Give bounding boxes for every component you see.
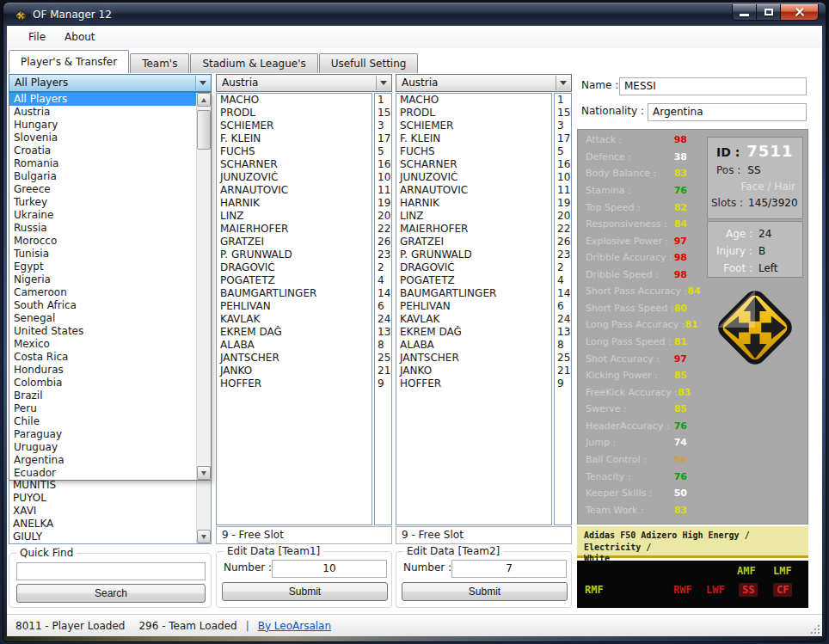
- player-number[interactable]: 10: [555, 171, 571, 184]
- menu-item[interactable]: File: [19, 28, 55, 46]
- player-row[interactable]: BAUMGARTLINGER: [217, 287, 372, 300]
- team2-number-input[interactable]: [451, 560, 567, 578]
- dropdown-item[interactable]: Turkey: [9, 196, 196, 209]
- scroll-down-button[interactable]: [197, 530, 211, 543]
- dropdown-item[interactable]: Uruguay: [9, 441, 196, 454]
- player-number[interactable]: 10: [375, 171, 391, 184]
- player-number[interactable]: 21: [555, 365, 571, 377]
- dropdown-item[interactable]: South Africa: [9, 299, 196, 312]
- player-row[interactable]: SCHARNER: [396, 158, 551, 171]
- player-row[interactable]: JUNUZOVIĆ: [396, 171, 551, 184]
- player-number[interactable]: 15: [555, 107, 571, 120]
- player-number[interactable]: 9: [375, 377, 391, 390]
- player-row[interactable]: DRAGOVIĆ: [217, 261, 372, 274]
- resize-grip[interactable]: [809, 623, 820, 634]
- player-row[interactable]: EKREM DAĞ: [217, 326, 372, 339]
- player-row[interactable]: GRATZEI: [217, 236, 372, 248]
- player-number[interactable]: 14: [375, 287, 391, 300]
- player-row[interactable]: LINZ: [217, 210, 372, 223]
- player-nationality-input[interactable]: [648, 103, 807, 121]
- player-row[interactable]: FUCHS: [217, 145, 372, 158]
- dropdown-item[interactable]: Senegal: [9, 312, 196, 325]
- player-row[interactable]: PEHLIVAN: [217, 300, 372, 313]
- dropdown-item[interactable]: Brazil: [9, 389, 196, 402]
- player-row[interactable]: HOFFER: [396, 377, 551, 390]
- player-number[interactable]: 2: [375, 261, 391, 274]
- player-number[interactable]: 22: [375, 223, 391, 236]
- player-row[interactable]: POGATETZ: [396, 274, 551, 287]
- player-number[interactable]: 26: [375, 236, 391, 248]
- player-number[interactable]: 22: [555, 223, 571, 236]
- player-row[interactable]: ALABA: [217, 339, 372, 352]
- player-row[interactable]: P. GRÜNWALD: [396, 248, 551, 261]
- player-number[interactable]: 23: [375, 248, 391, 261]
- player-row[interactable]: ARNAUTOVIC: [217, 184, 372, 197]
- dropdown-item[interactable]: Chile: [9, 415, 196, 428]
- player-row[interactable]: JANTSCHER: [217, 352, 372, 365]
- player-name-input[interactable]: [619, 77, 807, 95]
- player-row[interactable]: JUNUZOVIĆ: [217, 171, 372, 184]
- dropdown-item[interactable]: Austria: [9, 106, 196, 119]
- player-number[interactable]: 11: [555, 184, 571, 197]
- player-row[interactable]: P. GRÜNWALD: [217, 248, 372, 261]
- team2-combobox[interactable]: Austria: [396, 74, 572, 92]
- player-row[interactable]: SCHARNER: [217, 158, 372, 171]
- player-number[interactable]: 20: [555, 210, 571, 223]
- tab[interactable]: Usefull Setting: [319, 53, 419, 73]
- dropdown-item[interactable]: Slovenia: [9, 132, 196, 144]
- player-row[interactable]: PRÖDL: [396, 107, 551, 120]
- player-number[interactable]: 2: [555, 261, 571, 274]
- player-row[interactable]: F. KLEIN: [396, 132, 551, 145]
- player-row[interactable]: LINZ: [396, 210, 551, 223]
- scroll-up-button[interactable]: [197, 93, 211, 107]
- player-row[interactable]: DRAGOVIĆ: [396, 261, 551, 274]
- player-row[interactable]: POGATETZ: [217, 274, 372, 287]
- dropdown-item[interactable]: Mexico: [9, 338, 196, 351]
- player-number[interactable]: 23: [555, 248, 571, 261]
- team2-submit-button[interactable]: Submit: [402, 582, 568, 601]
- dropdown-item[interactable]: Morocco: [9, 235, 196, 248]
- maximize-button[interactable]: [757, 4, 780, 21]
- team2-player-list[interactable]: MACHOPRÖDLSCHIEMERF. KLEINFUCHSSCHARNERJ…: [396, 93, 552, 525]
- player-number[interactable]: 5: [555, 145, 571, 158]
- dropdown-scrollbar[interactable]: [196, 93, 211, 480]
- player-number[interactable]: 20: [375, 210, 391, 223]
- player-number[interactable]: 4: [555, 274, 571, 287]
- scroll-down-button[interactable]: [197, 466, 211, 480]
- player-number[interactable]: 16: [555, 158, 571, 171]
- dropdown-item[interactable]: Croatia: [9, 144, 196, 157]
- player-number[interactable]: 13: [555, 326, 571, 339]
- title-bar[interactable]: OF Manager 12: [3, 2, 826, 26]
- player-number[interactable]: 1: [375, 94, 391, 107]
- scrollbar-thumb[interactable]: [197, 110, 211, 150]
- player-row[interactable]: JANKO: [217, 365, 372, 377]
- player-row[interactable]: BAUMGARTLINGER: [396, 287, 551, 300]
- player-number[interactable]: 21: [375, 365, 391, 377]
- player-row[interactable]: EKREM DAĞ: [396, 326, 551, 339]
- player-number[interactable]: 6: [555, 300, 571, 313]
- player-row[interactable]: MAIERHOFER: [396, 223, 551, 236]
- dropdown-item[interactable]: Ecuador: [9, 467, 196, 480]
- tab[interactable]: Stadium & League's: [190, 53, 317, 73]
- list-item-player[interactable]: GIULY: [9, 531, 196, 543]
- player-row[interactable]: JANTSCHER: [396, 352, 551, 365]
- player-number[interactable]: 13: [375, 326, 391, 339]
- player-number[interactable]: 24: [375, 313, 391, 326]
- dropdown-item[interactable]: All Players: [9, 93, 196, 106]
- country-dropdown-list[interactable]: All PlayersAustriaHungarySloveniaCroatia…: [9, 92, 212, 481]
- team1-number-list[interactable]: 11531751610111920222623241462413825219: [374, 93, 392, 525]
- player-number[interactable]: 4: [375, 274, 391, 287]
- player-number[interactable]: 26: [555, 236, 571, 248]
- menu-item[interactable]: About: [55, 28, 104, 46]
- combobox-dropdown-button[interactable]: [556, 76, 570, 90]
- player-number[interactable]: 1: [555, 94, 571, 107]
- player-number[interactable]: 14: [555, 287, 571, 300]
- list-item-player[interactable]: ANELKA: [9, 518, 196, 531]
- dropdown-item[interactable]: Bulgaria: [9, 170, 196, 183]
- dropdown-item[interactable]: Ukraine: [9, 209, 196, 222]
- search-button[interactable]: Search: [16, 584, 206, 603]
- player-row[interactable]: SCHIEMER: [217, 120, 372, 132]
- player-number[interactable]: 15: [375, 107, 391, 120]
- player-number[interactable]: 19: [375, 197, 391, 210]
- player-row[interactable]: SCHIEMER: [396, 120, 551, 132]
